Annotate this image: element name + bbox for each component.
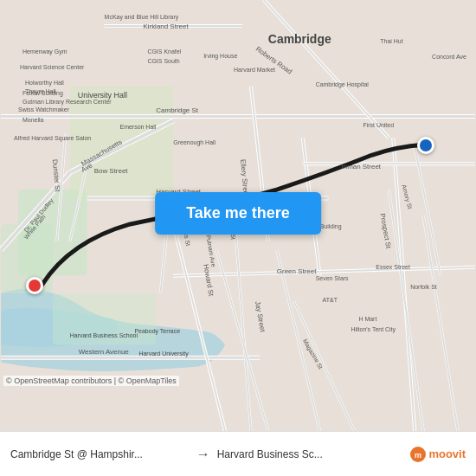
svg-text:CGIS Knafel: CGIS Knafel bbox=[147, 48, 181, 55]
origin-marker bbox=[26, 277, 43, 294]
svg-text:m: m bbox=[415, 451, 421, 460]
svg-text:Swiss Watchmaker: Swiss Watchmaker bbox=[18, 106, 70, 113]
svg-text:Western Avenue: Western Avenue bbox=[79, 348, 130, 356]
app: Cambridge University Hall Massachusetts … bbox=[0, 0, 476, 476]
svg-text:Harvard Business School: Harvard Business School bbox=[70, 332, 138, 338]
svg-text:First United: First United bbox=[363, 122, 394, 128]
svg-text:H Mart: H Mart bbox=[358, 317, 376, 323]
svg-text:Inman Street: Inman Street bbox=[342, 163, 382, 170]
moovit-brand-text: moovit bbox=[428, 447, 466, 460]
svg-text:Hilton's Tent City: Hilton's Tent City bbox=[351, 326, 396, 333]
to-stop-label: Harvard Business Sc... bbox=[217, 448, 396, 460]
moovit-logo-icon: m bbox=[409, 446, 427, 463]
svg-text:Emerson Hall: Emerson Hall bbox=[120, 124, 157, 130]
svg-text:Norfolk St: Norfolk St bbox=[410, 284, 437, 290]
svg-text:Thai Hut: Thai Hut bbox=[380, 38, 402, 44]
svg-text:AT&T: AT&T bbox=[323, 297, 338, 303]
svg-text:Peabody Terrace: Peabody Terrace bbox=[134, 328, 180, 335]
svg-text:Hemenway Gym: Hemenway Gym bbox=[23, 48, 68, 55]
svg-text:Greenough Hall: Greenough Hall bbox=[173, 139, 215, 146]
svg-text:Bow Street: Bow Street bbox=[94, 167, 129, 175]
svg-text:Cambridge St: Cambridge St bbox=[156, 106, 198, 114]
svg-text:Gutman Library Research Center: Gutman Library Research Center bbox=[23, 99, 112, 106]
svg-text:Harvard University: Harvard University bbox=[138, 351, 189, 357]
svg-text:Holworthy Hall: Holworthy Hall bbox=[25, 80, 64, 87]
svg-text:Harvard Market: Harvard Market bbox=[234, 67, 275, 73]
svg-text:Concord Ave: Concord Ave bbox=[432, 54, 466, 60]
svg-text:Alfred Harvard Square Salon: Alfred Harvard Square Salon bbox=[14, 135, 91, 142]
destination-marker bbox=[417, 137, 434, 154]
svg-text:Green Street: Green Street bbox=[277, 267, 317, 275]
svg-text:Irving House: Irving House bbox=[203, 53, 237, 60]
svg-text:Kirkland Street: Kirkland Street bbox=[143, 23, 189, 30]
arrow-icon: → bbox=[196, 447, 210, 462]
svg-text:Cambridge Hospital: Cambridge Hospital bbox=[316, 81, 370, 88]
map-container: Cambridge University Hall Massachusetts … bbox=[0, 0, 476, 431]
svg-text:Monella: Monella bbox=[23, 117, 44, 123]
bottom-bar: Cambridge St @ Hampshir... → Harvard Bus… bbox=[0, 431, 476, 476]
svg-text:McKay and Blue Hill Library: McKay and Blue Hill Library bbox=[105, 14, 179, 21]
map-attribution: © OpenStreetMap contributors | © OpenMap… bbox=[3, 376, 179, 386]
svg-text:CGIS South: CGIS South bbox=[147, 58, 179, 64]
from-stop-label: Cambridge St @ Hampshir... bbox=[10, 448, 190, 460]
svg-text:Harvard Science Center: Harvard Science Center bbox=[20, 64, 85, 70]
svg-text:Fellow Building: Fellow Building bbox=[23, 90, 63, 97]
take-me-there-button[interactable]: Take me there bbox=[155, 192, 321, 235]
svg-text:Essex Street: Essex Street bbox=[376, 264, 410, 270]
moovit-badge: m moovit bbox=[409, 446, 466, 463]
svg-text:Seven Stars: Seven Stars bbox=[316, 275, 349, 281]
svg-text:Cambridge: Cambridge bbox=[268, 32, 331, 46]
